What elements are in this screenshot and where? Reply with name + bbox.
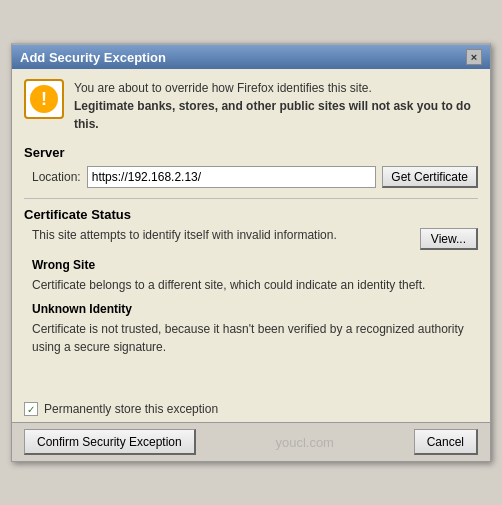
cert-status-section: Certificate Status This site attempts to… [24, 207, 478, 250]
confirm-security-exception-button[interactable]: Confirm Security Exception [24, 429, 196, 455]
dialog-footer: Confirm Security Exception youcl.com Can… [12, 422, 490, 461]
wrong-site-title: Wrong Site [32, 258, 478, 272]
divider-1 [24, 198, 478, 199]
unknown-identity-title: Unknown Identity [32, 302, 478, 316]
close-button[interactable]: × [466, 49, 482, 65]
warning-bold-text: Legitimate banks, stores, and other publ… [74, 99, 471, 131]
checkbox-label: Permanently store this exception [44, 402, 218, 416]
unknown-identity-section: Unknown Identity Certificate is not trus… [32, 302, 478, 356]
spacer [24, 364, 478, 384]
dialog-title: Add Security Exception [20, 50, 166, 65]
location-input[interactable] [87, 166, 377, 188]
checkbox-row: ✓ Permanently store this exception [12, 394, 490, 422]
server-section: Server Location: Get Certificate [24, 145, 478, 188]
cert-status-description: This site attempts to identify itself wi… [32, 228, 412, 242]
warning-exclamation-icon: ! [30, 85, 58, 113]
add-security-exception-dialog: Add Security Exception × ! You are about… [11, 43, 491, 462]
location-label: Location: [32, 170, 81, 184]
view-button[interactable]: View... [420, 228, 478, 250]
server-section-title: Server [24, 145, 478, 160]
title-bar: Add Security Exception × [12, 45, 490, 69]
cancel-button[interactable]: Cancel [414, 429, 478, 455]
warning-text: You are about to override how Firefox id… [74, 79, 478, 133]
wrong-site-text: Certificate belongs to a different site,… [32, 276, 478, 294]
location-row: Location: Get Certificate [32, 166, 478, 188]
cert-status-row: This site attempts to identify itself wi… [24, 228, 478, 250]
warning-normal-text: You are about to override how Firefox id… [74, 81, 372, 95]
dialog-content: ! You are about to override how Firefox … [12, 69, 490, 394]
wrong-site-section: Wrong Site Certificate belongs to a diff… [32, 258, 478, 294]
warning-icon: ! [24, 79, 64, 119]
warning-banner: ! You are about to override how Firefox … [24, 79, 478, 133]
cert-status-title: Certificate Status [24, 207, 478, 222]
get-certificate-button[interactable]: Get Certificate [382, 166, 478, 188]
permanently-store-checkbox[interactable]: ✓ [24, 402, 38, 416]
unknown-identity-text: Certificate is not trusted, because it h… [32, 320, 478, 356]
watermark: youcl.com [275, 435, 334, 450]
